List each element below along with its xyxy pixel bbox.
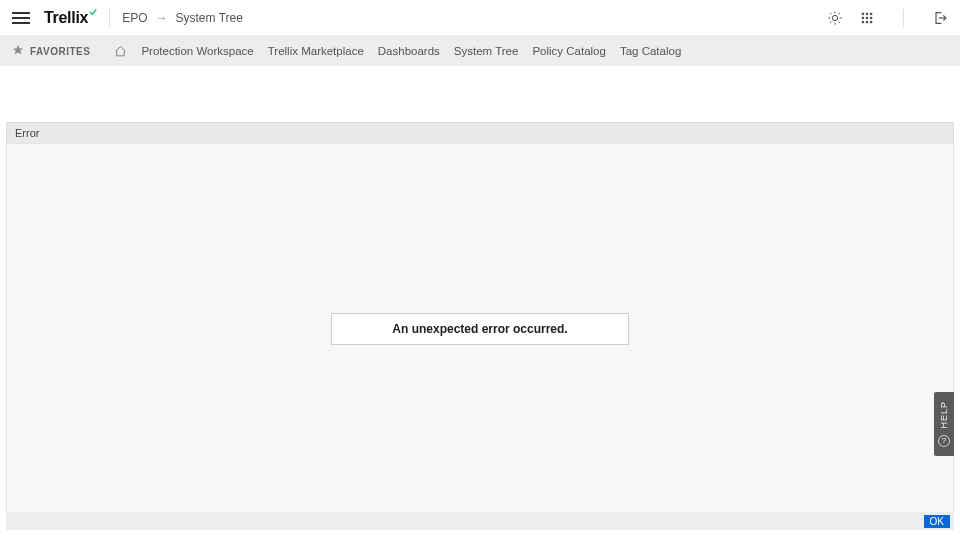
nav-policy-catalog[interactable]: Policy Catalog: [532, 45, 606, 57]
theme-icon[interactable]: [827, 10, 843, 26]
favorites-bar: FAVORITES Protection Workspace Trellix M…: [0, 36, 960, 66]
panel-body: An unexpected error occurred.: [6, 143, 954, 515]
apps-grid-icon[interactable]: [859, 10, 875, 26]
svg-rect-17: [870, 20, 872, 22]
svg-rect-12: [862, 16, 864, 18]
logo-text-2: ix: [75, 9, 88, 27]
svg-line-7: [830, 21, 831, 22]
help-tab[interactable]: HELP ?: [934, 392, 954, 456]
favorites-label: FAVORITES: [30, 46, 90, 57]
nav-tag-catalog[interactable]: Tag Catalog: [620, 45, 681, 57]
svg-point-0: [832, 15, 837, 20]
svg-line-6: [839, 21, 840, 22]
svg-rect-9: [862, 12, 864, 14]
svg-rect-11: [870, 12, 872, 14]
nav-trellix-marketplace[interactable]: Trellix Marketplace: [268, 45, 364, 57]
logo-check-icon: [89, 8, 97, 16]
svg-rect-14: [870, 16, 872, 18]
footer-bar: OK: [6, 512, 954, 530]
main-content: Error An unexpected error occurred.: [0, 122, 960, 515]
logo-text-1: Trell: [44, 9, 75, 27]
ok-button[interactable]: OK: [924, 515, 950, 528]
arrow-right-icon: →: [156, 11, 168, 25]
breadcrumb: EPO → System Tree: [122, 11, 243, 25]
svg-line-5: [830, 13, 831, 14]
svg-line-8: [839, 13, 840, 14]
logout-icon[interactable]: [932, 10, 948, 26]
breadcrumb-current[interactable]: System Tree: [176, 11, 243, 25]
nav-protection-workspace[interactable]: Protection Workspace: [141, 45, 253, 57]
help-question-icon: ?: [938, 435, 950, 447]
svg-rect-13: [866, 16, 868, 18]
nav-system-tree[interactable]: System Tree: [454, 45, 519, 57]
breadcrumb-root[interactable]: EPO: [122, 11, 147, 25]
divider: [109, 9, 110, 27]
divider: [903, 9, 904, 27]
header-actions: [827, 9, 948, 27]
star-icon: [12, 44, 24, 58]
svg-rect-10: [866, 12, 868, 14]
panel-title: Error: [6, 122, 954, 143]
svg-rect-15: [862, 20, 864, 22]
help-label: HELP: [939, 401, 949, 429]
error-message: An unexpected error occurred.: [331, 313, 628, 345]
home-icon[interactable]: [114, 45, 127, 58]
app-logo[interactable]: Trellix: [44, 9, 97, 27]
svg-marker-18: [13, 45, 23, 55]
svg-rect-16: [866, 20, 868, 22]
favorites-label-group: FAVORITES: [12, 44, 90, 58]
menu-icon[interactable]: [12, 9, 30, 27]
app-header: Trellix EPO → System Tree: [0, 0, 960, 36]
nav-dashboards[interactable]: Dashboards: [378, 45, 440, 57]
